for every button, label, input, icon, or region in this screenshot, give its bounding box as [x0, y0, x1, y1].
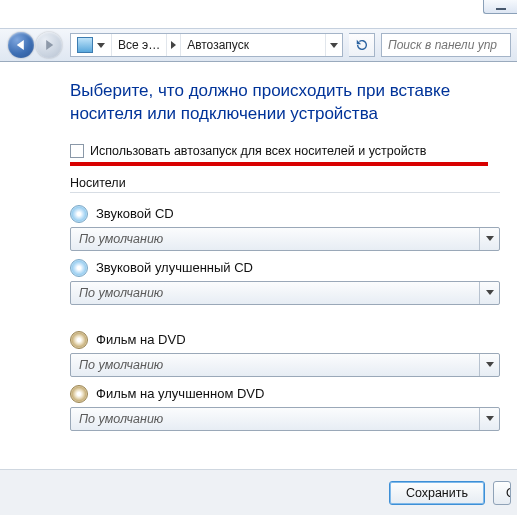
- highlight-underline: [70, 162, 488, 166]
- address-icon-segment: [71, 34, 112, 56]
- combo-value: По умолчанию: [79, 412, 163, 426]
- media-action-combo[interactable]: По умолчанию: [70, 353, 500, 377]
- nav-forward-button[interactable]: [36, 32, 62, 58]
- media-label: Фильм на DVD: [96, 332, 186, 347]
- save-button[interactable]: Сохранить: [389, 481, 485, 505]
- breadcrumb-chevron[interactable]: [167, 34, 181, 56]
- chevron-down-icon: [486, 362, 494, 367]
- media-title: Фильм на DVD: [70, 331, 517, 349]
- media-title: Фильм на улучшенном DVD: [70, 385, 517, 403]
- chevron-down-icon: [330, 43, 338, 48]
- breadcrumb-label: Автозапуск: [187, 38, 249, 52]
- cancel-button[interactable]: О: [493, 481, 511, 505]
- media-label: Звуковой улучшенный CD: [96, 260, 253, 275]
- navigation-bar: Все э… Автозапуск: [0, 28, 517, 62]
- chevron-down-icon: [486, 416, 494, 421]
- dvd-movie-icon: [70, 385, 88, 403]
- breadcrumb-segment-root[interactable]: Все э…: [112, 34, 167, 56]
- media-title: Звуковой CD: [70, 205, 517, 223]
- combo-dropdown-button[interactable]: [479, 408, 499, 430]
- section-divider: [70, 192, 500, 193]
- media-label: Фильм на улучшенном DVD: [96, 386, 264, 401]
- breadcrumb-label: Все э…: [118, 38, 160, 52]
- master-checkbox-row: Использовать автозапуск для всех носител…: [70, 144, 517, 158]
- master-checkbox[interactable]: [70, 144, 84, 158]
- refresh-button[interactable]: [349, 33, 375, 57]
- address-bar[interactable]: Все э… Автозапуск: [70, 33, 343, 57]
- combo-dropdown-button[interactable]: [479, 228, 499, 250]
- window-minimize-button[interactable]: [483, 0, 517, 14]
- media-action-combo[interactable]: По умолчанию: [70, 281, 500, 305]
- chevron-down-icon: [97, 43, 105, 48]
- page-title: Выберите, что должно происходить при вст…: [70, 80, 517, 126]
- audio-cd-icon: [70, 205, 88, 223]
- address-history-dropdown[interactable]: [325, 34, 342, 56]
- media-action-combo[interactable]: По умолчанию: [70, 227, 500, 251]
- combo-value: По умолчанию: [79, 286, 163, 300]
- breadcrumb-segment-current[interactable]: Автозапуск: [181, 34, 325, 56]
- media-row: Фильм на DVD По умолчанию: [70, 331, 517, 377]
- nav-back-button[interactable]: [8, 32, 34, 58]
- footer-bar: Сохранить О: [0, 469, 517, 515]
- chevron-down-icon: [486, 236, 494, 241]
- control-panel-icon: [77, 37, 93, 53]
- combo-dropdown-button[interactable]: [479, 282, 499, 304]
- chevron-down-icon: [486, 290, 494, 295]
- media-row: Звуковой улучшенный CD По умолчанию: [70, 259, 517, 305]
- media-action-combo[interactable]: По умолчанию: [70, 407, 500, 431]
- media-title: Звуковой улучшенный CD: [70, 259, 517, 277]
- dvd-movie-icon: [70, 331, 88, 349]
- refresh-icon: [355, 38, 369, 52]
- master-checkbox-label: Использовать автозапуск для всех носител…: [90, 144, 426, 158]
- media-row: Фильм на улучшенном DVD По умолчанию: [70, 385, 517, 431]
- chevron-right-icon: [171, 41, 176, 49]
- combo-value: По умолчанию: [79, 232, 163, 246]
- media-row: Звуковой CD По умолчанию: [70, 205, 517, 251]
- combo-dropdown-button[interactable]: [479, 354, 499, 376]
- media-label: Звуковой CD: [96, 206, 174, 221]
- search-input[interactable]: [381, 33, 511, 57]
- audio-cd-icon: [70, 259, 88, 277]
- content-area: Выберите, что должно происходить при вст…: [70, 80, 517, 439]
- combo-value: По умолчанию: [79, 358, 163, 372]
- section-label-media: Носители: [70, 176, 517, 190]
